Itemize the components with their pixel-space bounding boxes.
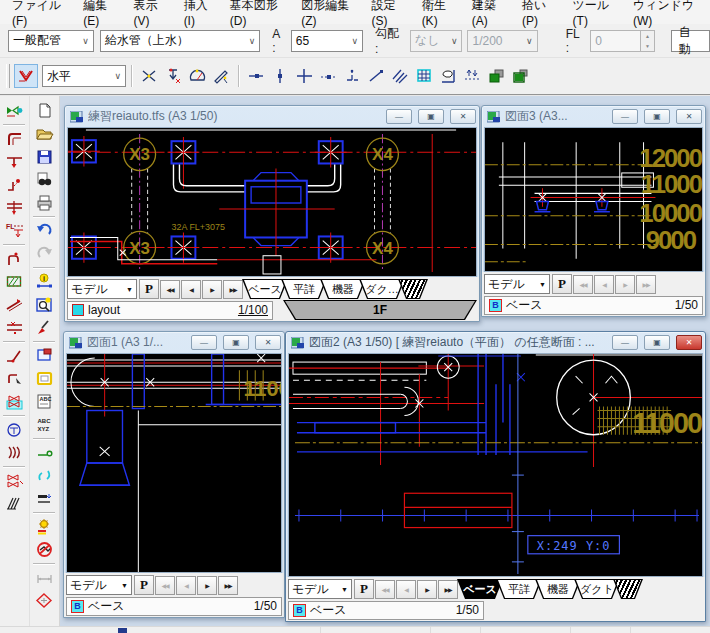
close-button[interactable]: ✕ <box>676 335 702 350</box>
nav-first-button[interactable]: ◀◀ <box>160 280 180 299</box>
drawing-canvas[interactable]: 11000 <box>66 353 282 573</box>
slope-ratio-select[interactable]: 1/200 ∨ <box>467 30 537 52</box>
line-draw-button[interactable] <box>364 64 388 88</box>
tab-kiki[interactable]: 機器 <box>535 579 581 599</box>
layer-field[interactable]: B ベース 1/50 <box>288 601 484 620</box>
menu-file[interactable]: ファイル(F) <box>4 0 75 31</box>
tab-base[interactable]: ベース <box>242 279 288 299</box>
floor-tab[interactable]: 1F <box>283 300 477 320</box>
layer-field[interactable]: B ベース 1/50 <box>66 597 282 616</box>
capture-frame-button[interactable] <box>31 344 57 367</box>
redo-button[interactable] <box>31 242 57 265</box>
maximize-button[interactable]: ▣ <box>418 109 444 124</box>
hide-element-button[interactable] <box>31 538 57 561</box>
tab-heishou[interactable]: 平詳 <box>281 279 327 299</box>
fl-stepper[interactable]: ▲ ▼ <box>641 30 655 52</box>
nav-prev-button[interactable]: ◀ <box>181 280 201 299</box>
region-pen-button[interactable] <box>436 64 460 88</box>
layer-field[interactable]: B ベース 1/50 <box>484 296 703 315</box>
tab-heishou[interactable]: 平詳 <box>496 579 542 599</box>
pipe-branch-button[interactable] <box>1 344 27 367</box>
page-button[interactable]: P <box>552 274 572 294</box>
close-button[interactable]: ✕ <box>450 109 476 124</box>
window-titlebar[interactable]: 図面1 (A3 1/... — ▣ ✕ <box>64 332 284 353</box>
measure-info-button[interactable]: i <box>31 270 57 293</box>
window-titlebar[interactable]: 図面3 (A3... — ▣ ✕ <box>482 106 705 127</box>
pipe-edit-button[interactable] <box>1 367 27 390</box>
group-parts-button[interactable] <box>31 589 57 612</box>
auto-button[interactable]: 自動 <box>671 30 710 52</box>
nav-first-button[interactable]: ◀◀ <box>375 580 395 599</box>
faucet-button[interactable] <box>1 247 27 270</box>
valve-pair-button[interactable] <box>1 390 27 413</box>
window-zumen3[interactable]: 図面3 (A3... — ▣ ✕ <box>481 105 706 317</box>
joint-button[interactable] <box>1 469 27 492</box>
edge-line-button[interactable] <box>31 487 57 510</box>
pipe-type-select[interactable]: 給水管（上水） ∨ <box>100 30 260 52</box>
text-xyz-button[interactable]: ABCXYZ <box>31 413 57 436</box>
clean-button[interactable] <box>31 316 57 339</box>
menu-edit[interactable]: 編集(E) <box>75 0 125 31</box>
fl-input[interactable]: 0 <box>590 30 641 52</box>
nav-last-button[interactable]: ▶▶ <box>636 275 656 294</box>
size-select[interactable]: 65 ∨ <box>291 30 363 52</box>
layer-scale[interactable]: 1/100 <box>238 303 268 317</box>
tab-overflow[interactable] <box>398 279 428 299</box>
page-button[interactable]: P <box>354 579 374 599</box>
text-doc-button[interactable]: ABC <box>31 390 57 413</box>
nav-next-button[interactable]: ▶ <box>197 576 217 595</box>
auto-route-button[interactable] <box>1 99 27 122</box>
snap-online-button[interactable] <box>316 64 340 88</box>
maximize-button[interactable]: ▣ <box>644 335 670 350</box>
valve-circle-button[interactable] <box>1 418 27 441</box>
settings-gear-button[interactable] <box>31 515 57 538</box>
slope-select[interactable]: なし ∨ <box>410 30 463 52</box>
select-area-button[interactable] <box>31 367 57 390</box>
undo-button[interactable] <box>31 219 57 242</box>
snap-intersection-button[interactable] <box>292 64 316 88</box>
drawing-canvas[interactable]: X3 X4 X3 X4 32A FL+3075 <box>67 127 477 277</box>
nav-next-button[interactable]: ▶ <box>615 275 635 294</box>
tab-duct[interactable]: ダクト <box>574 579 620 599</box>
zoom-info-button[interactable] <box>31 293 57 316</box>
model-select[interactable]: モデル ▼ <box>67 279 137 299</box>
nav-last-button[interactable]: ▶▶ <box>218 576 238 595</box>
window-zumen2[interactable]: 図面2 (A3 1/50) [ 練習reiauto（平面） の任意断面 : ..… <box>285 331 706 622</box>
dimension-disabled-button[interactable] <box>31 566 57 589</box>
pipe-elbow-button[interactable] <box>1 127 27 150</box>
pipe-mode-button[interactable] <box>14 64 38 88</box>
nav-prev-button[interactable]: ◀ <box>176 576 196 595</box>
protractor-button[interactable] <box>185 64 209 88</box>
updown-move-button[interactable] <box>460 64 484 88</box>
send-back-button[interactable] <box>508 64 532 88</box>
pipe-size-button[interactable] <box>1 316 27 339</box>
insulation-button[interactable] <box>1 270 27 293</box>
fit-curve-button[interactable] <box>31 464 57 487</box>
maximize-button[interactable]: ▣ <box>644 109 670 124</box>
grid-button[interactable] <box>412 64 436 88</box>
tab-base[interactable]: ベース <box>457 579 503 599</box>
nav-last-button[interactable]: ▶▶ <box>223 280 243 299</box>
pipe-3d-button[interactable] <box>1 441 27 464</box>
pipe-riser-button[interactable] <box>1 173 27 196</box>
snap-cross-button[interactable] <box>137 64 161 88</box>
window-practice-file[interactable]: 練習reiauto.tfs (A3 1/50) — ▣ ✕ <box>64 105 480 322</box>
minimize-button[interactable]: — <box>612 335 638 350</box>
fl-level-button[interactable]: FL <box>1 219 27 242</box>
nav-prev-button[interactable]: ◀ <box>594 275 614 294</box>
close-button[interactable]: ✕ <box>255 335 281 350</box>
snap-perpendicular-button[interactable] <box>340 64 364 88</box>
menu-sanitary[interactable]: 衛生(K) <box>414 0 464 31</box>
new-file-button[interactable] <box>31 99 57 122</box>
save-file-button[interactable] <box>31 145 57 168</box>
window-titlebar[interactable]: 練習reiauto.tfs (A3 1/50) — ▣ ✕ <box>65 106 479 127</box>
minimize-button[interactable]: — <box>386 109 412 124</box>
drawing-canvas[interactable]: 11000 X:249 Y:0 <box>288 353 703 577</box>
spin-up-icon[interactable]: ▲ <box>641 31 654 41</box>
page-button[interactable]: P <box>139 279 159 299</box>
tab-overflow[interactable] <box>613 579 643 599</box>
maximize-button[interactable]: ▣ <box>223 335 249 350</box>
spin-down-icon[interactable]: ▼ <box>641 41 654 51</box>
menu-architecture[interactable]: 建築(A) <box>464 0 514 31</box>
page-button[interactable]: P <box>134 575 154 595</box>
